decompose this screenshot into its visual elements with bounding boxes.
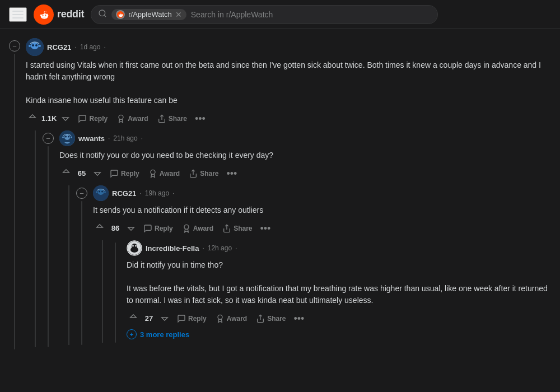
avatar [26,38,44,56]
comment-meta: wwants · 21h ago · [59,130,551,146]
share-button[interactable]: Share [154,112,190,125]
comment-actions: 1.1K Reply Award S [26,111,551,126]
vote-area: 27 [127,311,171,326]
search-bar[interactable]: r/AppleWatch ✕ Search in r/AppleWatch [91,5,438,24]
more-replies-label: 3 more replies [140,330,189,339]
avatar [59,130,75,146]
comment-body: RCG21 · 1d ago · I started using Vitals … [26,38,551,349]
subreddit-name: r/AppleWatch [128,10,172,18]
subreddit-close-icon[interactable]: ✕ [175,10,182,19]
search-icon [98,9,107,20]
more-options-button[interactable]: ••• [258,221,273,236]
award-icon [116,114,125,123]
reply-button[interactable]: Reply [140,222,176,235]
vote-area: 1.1K [26,111,72,126]
comment-timestamp: 19h ago [145,189,169,197]
award-button[interactable]: Award [179,222,217,235]
more-options-button[interactable]: ••• [292,311,307,326]
comment-username[interactable]: RCG21 [112,189,136,198]
nested-comment: Incredible-Fella · 12h ago · Did i [102,240,551,343]
comment-username[interactable]: wwants [78,134,105,143]
upvote-button[interactable] [59,166,73,181]
upvote-button[interactable] [26,111,39,126]
svg-point-13 [65,136,67,138]
svg-point-32 [130,247,138,253]
comment-timestamp: 12h ago [208,244,232,252]
comment-username[interactable]: Incredible-Fella [146,244,199,253]
share-button[interactable]: Share [185,167,222,180]
vote-count: 86 [109,224,122,232]
reply-button[interactable]: Reply [74,112,111,125]
comment-row: − [76,185,551,345]
svg-point-31 [135,245,137,247]
collapse-button[interactable]: − [43,133,54,144]
reddit-logo[interactable]: reddit [34,4,84,25]
thread-line [81,201,82,345]
more-replies-button[interactable]: + 3 more replies [127,326,551,343]
comment-actions: 27 [127,311,551,326]
comment-meta: Incredible-Fella · 12h ago · [127,240,551,256]
svg-point-30 [132,245,134,247]
subreddit-icon [116,10,125,19]
more-options-button[interactable]: ••• [225,166,240,181]
collapse-button[interactable]: − [76,188,87,199]
comment-text: Did it notify you in time tho? It was be… [127,259,551,306]
collapse-button[interactable]: − [9,40,20,52]
avatar [127,240,142,256]
comment-text: I started using Vitals when it first cam… [26,59,551,106]
upvote-button[interactable] [127,311,140,326]
comment-thread: − RCG [0,34,560,356]
nested-comment: − [35,130,551,347]
svg-point-25 [184,225,189,229]
downvote-button[interactable] [91,166,104,181]
svg-point-34 [218,315,222,319]
reddit-icon [34,4,54,25]
comment-actions: 86 Reply [93,221,551,236]
svg-point-17 [151,170,155,174]
share-icon [157,114,166,123]
comment-left-rail: − [43,130,54,347]
reply-button[interactable]: Reply [174,312,210,325]
reply-button[interactable]: Reply [106,167,143,180]
downvote-button[interactable] [158,311,171,326]
vote-count: 27 [142,314,156,323]
comment-text: Does it notify you or do you need to be … [59,150,551,161]
more-replies-icon: + [127,329,137,339]
reddit-wordmark: reddit [57,8,84,20]
comment-meta: RCG21 · 1d ago · [26,38,551,56]
comment-meta: RCG21 · 19h ago · [93,185,551,201]
hamburger-button[interactable] [9,7,27,22]
thread-line [14,54,15,349]
svg-point-7 [29,45,31,47]
avatar [93,185,109,201]
award-button[interactable]: Award [145,167,183,180]
svg-point-22 [101,191,103,193]
thread-line [115,242,116,343]
share-button[interactable]: Share [253,312,289,325]
award-button[interactable]: Award [212,312,250,325]
vote-count: 1.1K [41,114,57,123]
downvote-button[interactable] [124,221,138,236]
comment-timestamp: 21h ago [113,134,137,142]
svg-point-1 [99,10,105,16]
share-button[interactable]: Share [219,222,255,235]
svg-point-21 [99,191,100,193]
comment-row: − [43,130,551,347]
comment-username[interactable]: RCG21 [47,43,71,52]
svg-point-8 [39,45,41,47]
svg-point-5 [32,44,34,46]
more-options-button[interactable]: ••• [193,111,208,126]
upvote-button[interactable] [93,221,106,236]
svg-point-15 [62,137,64,138]
svg-point-6 [35,44,38,46]
header: reddit r/AppleWatch ✕ Search in r/AppleW… [0,0,560,29]
downvote-button[interactable] [59,111,72,126]
reply-icon [78,114,87,123]
vote-area: 86 [93,221,138,236]
comment-body: wwants · 21h ago · Does it notify you or… [59,130,551,347]
nested-comment: − [68,185,551,345]
award-button[interactable]: Award [113,112,151,125]
comment-left-rail [110,240,121,343]
search-placeholder[interactable]: Search in r/AppleWatch [191,10,431,19]
comment-left-rail: − [76,185,87,345]
